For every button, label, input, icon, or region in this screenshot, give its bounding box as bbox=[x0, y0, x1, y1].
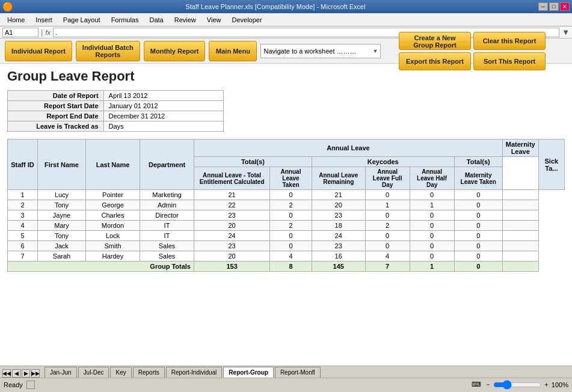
col-header-annual-leave: Annual Leave bbox=[194, 139, 503, 157]
title-bar: 🟠 Staff Leave Planner.xls [Compatibility… bbox=[0, 0, 572, 13]
sheet-tab-reports[interactable]: Reports bbox=[133, 367, 165, 378]
cell-maternity: 0 bbox=[454, 190, 502, 200]
menu-page-layout[interactable]: Page Layout bbox=[58, 15, 105, 25]
sheet-tab-key[interactable]: Key bbox=[110, 367, 131, 378]
minimize-button[interactable]: ─ bbox=[538, 2, 548, 11]
cell-firstname: Tony bbox=[38, 200, 86, 210]
create-group-report-button[interactable]: Create a New Group Report bbox=[399, 32, 471, 50]
cell-id: 3 bbox=[8, 210, 38, 221]
individual-report-button[interactable]: Individual Report bbox=[5, 41, 72, 61]
cell-total-ent: 22 bbox=[194, 200, 270, 210]
cell-maternity: 0 bbox=[454, 241, 502, 251]
sheet-tab-report-monfl[interactable]: Report-Monfl bbox=[275, 367, 321, 378]
menu-developer[interactable]: Developer bbox=[227, 15, 266, 25]
info-row-start: Report Start Date January 01 2012 bbox=[8, 101, 224, 111]
cell-dept: Director bbox=[140, 210, 194, 221]
ready-status: Ready bbox=[4, 381, 23, 388]
close-button[interactable]: ✕ bbox=[560, 2, 570, 11]
menu-insert[interactable]: Insert bbox=[31, 15, 57, 25]
cell-dept: IT bbox=[140, 231, 194, 241]
cell-firstname: Tony bbox=[38, 231, 86, 241]
fx-label: fx bbox=[45, 29, 51, 36]
cell-total-ent: 23 bbox=[194, 241, 270, 251]
app-icon: 🟠 bbox=[2, 2, 13, 11]
cell-fullday: 0 bbox=[365, 210, 410, 221]
cell-taken: 0 bbox=[270, 210, 312, 221]
tab-next-button[interactable]: ▶ bbox=[22, 369, 30, 378]
info-label-start: Report Start Date bbox=[8, 101, 104, 111]
table-row: 5 Tony Lock IT 24 0 24 0 0 0 bbox=[8, 231, 565, 241]
col-header-maternity: MaternityLeave bbox=[502, 139, 538, 157]
tab-navigation[interactable]: ◀◀ ◀ ▶ ▶▶ bbox=[2, 369, 40, 378]
col-header-staff-id: Staff ID bbox=[8, 139, 38, 190]
totals-remaining: 145 bbox=[312, 262, 365, 272]
monthly-report-button[interactable]: Monthly Report bbox=[144, 41, 206, 61]
window-controls[interactable]: ─ □ ✕ bbox=[538, 2, 570, 11]
info-value-end: December 31 2012 bbox=[103, 111, 223, 121]
tab-last-button[interactable]: ▶▶ bbox=[31, 369, 40, 378]
sort-report-button[interactable]: Sort This Report bbox=[473, 52, 546, 70]
maximize-button[interactable]: □ bbox=[549, 2, 559, 11]
cell-firstname: Jayne bbox=[38, 210, 86, 221]
menu-formulas[interactable]: Formulas bbox=[106, 15, 144, 25]
zoom-slider[interactable] bbox=[493, 380, 541, 390]
report-title: Group Leave Report bbox=[7, 69, 565, 84]
cell-id: 6 bbox=[8, 241, 38, 251]
info-row-date: Date of Report April 13 2012 bbox=[8, 91, 224, 101]
col-header-maternity-taken: Maternity Leave Taken bbox=[454, 167, 502, 190]
col-header-total-ent: Annual Leave - Total Entitlement Calcula… bbox=[194, 167, 270, 190]
right-toolbar-buttons: Create a New Group Report Clear this Rep… bbox=[399, 32, 567, 70]
navigate-dropdown[interactable]: Navigate to a worksheet ……… ▼ bbox=[260, 44, 381, 58]
toolbar: Individual Report Individual Batch Repor… bbox=[0, 38, 572, 64]
status-left: Ready bbox=[4, 381, 35, 389]
menu-data[interactable]: Data bbox=[144, 15, 168, 25]
sheet-tab-jul-dec[interactable]: Jul-Dec bbox=[78, 367, 109, 378]
cell-sick bbox=[502, 251, 538, 262]
cell-remaining: 16 bbox=[312, 251, 365, 262]
cell-sick bbox=[502, 200, 538, 210]
cell-firstname: Sarah bbox=[38, 251, 86, 262]
header-row-1: Staff ID First Name Last Name Department… bbox=[8, 139, 565, 157]
totals-halfday: 1 bbox=[410, 262, 454, 272]
main-menu-button[interactable]: Main Menu bbox=[209, 41, 257, 61]
cell-remaining: 20 bbox=[312, 200, 365, 210]
cell-lastname: Charles bbox=[86, 210, 140, 221]
report-info-table: Date of Report April 13 2012 Report Star… bbox=[7, 90, 224, 132]
menu-home[interactable]: Home bbox=[2, 15, 29, 25]
status-icon-sheet bbox=[26, 381, 35, 389]
cell-fullday: 0 bbox=[365, 241, 410, 251]
cell-id: 1 bbox=[8, 190, 38, 200]
cell-maternity: 0 bbox=[454, 251, 502, 262]
sheet-tab-report-individual[interactable]: Report-Individual bbox=[166, 367, 223, 378]
cell-lastname: Smith bbox=[86, 241, 140, 251]
cell-dept: Marketing bbox=[140, 190, 194, 200]
cell-halfday: 0 bbox=[410, 190, 454, 200]
col-header-last-name: Last Name bbox=[86, 139, 140, 190]
table-row: 2 Tony George Admin 22 2 20 1 1 0 bbox=[8, 200, 565, 210]
tab-first-button[interactable]: ◀◀ bbox=[2, 369, 11, 378]
info-row-end: Report End Date December 31 2012 bbox=[8, 111, 224, 121]
sheet-tab-jan-jun[interactable]: Jan-Jun bbox=[45, 367, 77, 378]
menu-view[interactable]: View bbox=[202, 15, 226, 25]
menu-review[interactable]: Review bbox=[170, 15, 201, 25]
cell-maternity: 0 bbox=[454, 221, 502, 231]
cell-remaining: 18 bbox=[312, 221, 365, 231]
cell-reference-input[interactable] bbox=[2, 28, 38, 37]
individual-batch-reports-button[interactable]: Individual Batch Reports bbox=[76, 41, 140, 61]
clear-report-button[interactable]: Clear this Report bbox=[473, 32, 546, 50]
cell-total-ent: 24 bbox=[194, 231, 270, 241]
zoom-control[interactable]: － ＋ 100% bbox=[485, 380, 568, 390]
cell-dept: Sales bbox=[140, 241, 194, 251]
cell-halfday: 0 bbox=[410, 251, 454, 262]
cell-lastname: Hardey bbox=[86, 251, 140, 262]
zoom-in-icon[interactable]: ＋ bbox=[543, 380, 550, 389]
keyboard-icon: ⌨ bbox=[472, 381, 481, 388]
sheet-tab-report-group[interactable]: Report-Group bbox=[223, 367, 274, 378]
info-label-end: Report End Date bbox=[8, 111, 104, 121]
table-row: 6 Jack Smith Sales 23 0 23 0 0 0 bbox=[8, 241, 565, 251]
zoom-out-icon[interactable]: － bbox=[485, 380, 491, 389]
tab-prev-button[interactable]: ◀ bbox=[12, 369, 20, 378]
cell-halfday: 1 bbox=[410, 200, 454, 210]
export-report-button[interactable]: Export this Report bbox=[399, 52, 471, 70]
totals-label: Group Totals bbox=[8, 262, 194, 272]
